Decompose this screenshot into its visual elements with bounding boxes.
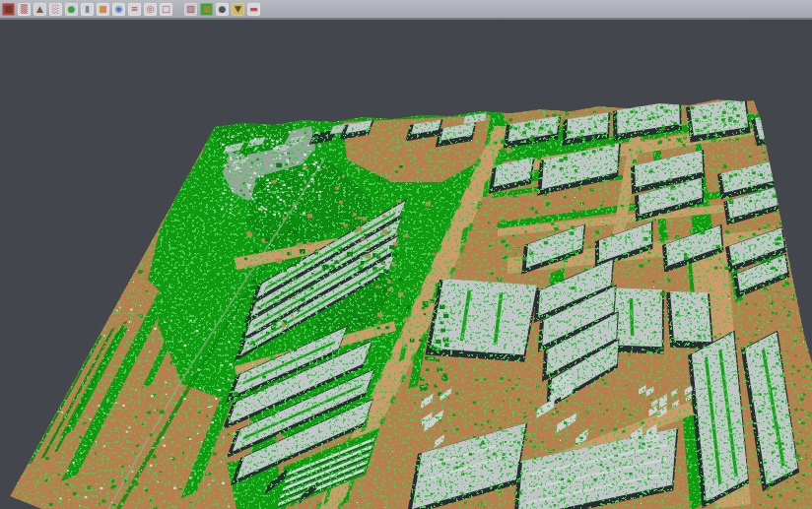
target-icon[interactable]: ◎ [144, 3, 157, 16]
list-icon[interactable]: ≡ [128, 3, 141, 16]
viewport-3d[interactable] [0, 22, 812, 509]
vegetation-icon[interactable]: ● [65, 3, 78, 16]
flag-icon[interactable]: ▼ [232, 3, 244, 16]
sphere-view-icon[interactable]: ● [216, 3, 229, 16]
toolbar: ▩▒▲░●▮■◉≡◎□▨▦●▼▬ [0, 0, 812, 20]
classification-icon[interactable]: ▦ [200, 3, 213, 16]
viewport-3d-scene[interactable] [0, 22, 812, 509]
layers-icon[interactable]: ▩ [2, 3, 15, 16]
measure-icon[interactable]: ▨ [184, 3, 197, 16]
point-cloud-icon[interactable]: ░ [49, 3, 62, 16]
ortho-image-icon[interactable]: ■ [97, 3, 109, 16]
globe-icon[interactable]: ◉ [112, 3, 125, 16]
column-icon[interactable]: ▮ [81, 3, 94, 16]
profile-icon[interactable]: ▬ [247, 3, 260, 16]
select-extent-icon[interactable]: □ [160, 3, 172, 16]
terrain-icon[interactable]: ▲ [34, 3, 46, 16]
scatter-points-icon[interactable]: ▒ [18, 3, 31, 16]
